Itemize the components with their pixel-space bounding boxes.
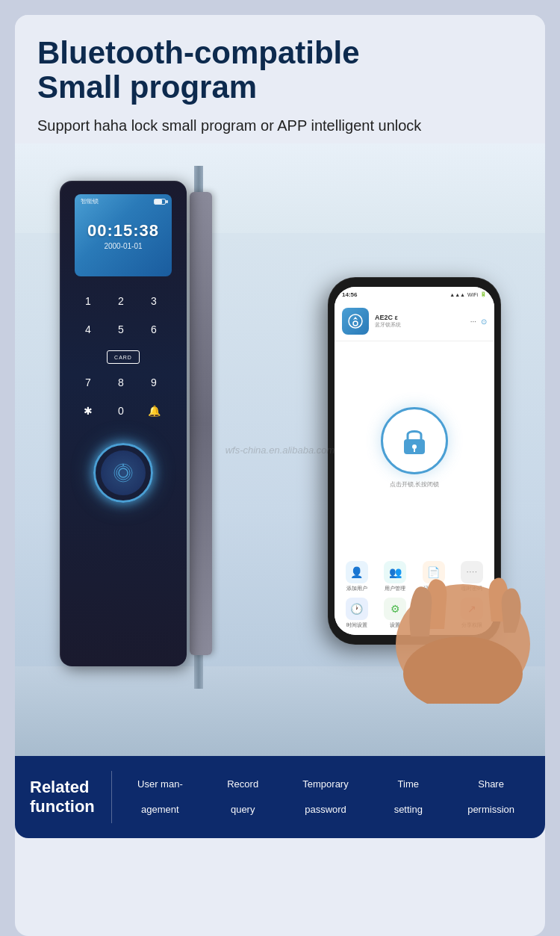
key-star: ✱ — [78, 401, 98, 421]
lock-icon-svg — [398, 424, 431, 457]
key-9: 9 — [144, 373, 164, 392]
signal-icon: ▲▲▲ — [449, 292, 465, 297]
key-3: 3 — [144, 291, 164, 311]
status-icons: ▲▲▲ WiFi 🔋 — [449, 291, 487, 297]
key-bell: 🔔 — [144, 401, 164, 421]
key-1: 1 — [78, 291, 98, 311]
function-share-permission: Share permission — [452, 778, 530, 816]
tap-unlock-text: 点击开锁,长按闭锁 — [390, 480, 439, 489]
settings-circle-icon: ⊙ — [481, 317, 487, 326]
function-temporary-password: Temporary password — [287, 778, 365, 816]
time-setting-label: 时间设置 — [346, 622, 367, 628]
header-actions: ··· ⊙ — [470, 317, 487, 326]
svg-point-2 — [114, 464, 132, 482]
app-info: AE2C ε 蓝牙锁系统 — [375, 314, 470, 329]
image-section: 智能锁 00:15:38 2000-01-01 1 2 3 4 5 6 — [15, 143, 545, 756]
lock-time-display: 00:15:38 — [87, 221, 159, 241]
add-user-icon: 👤 — [346, 561, 368, 583]
lock-screen-label: 智能锁 — [81, 197, 99, 205]
watermark: wfs-china.en.alibaba.com — [225, 444, 335, 456]
lock-battery-icon — [154, 199, 166, 205]
app-name: AE2C ε — [375, 314, 470, 321]
header-section: Bluetooth-compatible Small program Suppo… — [15, 15, 545, 143]
card-key-row: CARD — [107, 350, 140, 364]
related-title: Related function — [30, 778, 95, 817]
related-section: Related function — [30, 771, 112, 823]
wifi-icon: WiFi — [467, 292, 478, 297]
key-6: 6 — [144, 320, 164, 339]
main-container: Bluetooth-compatible Small program Suppo… — [15, 15, 545, 936]
nav-add-user[interactable]: 👤 添加用户 — [340, 561, 373, 592]
bottom-bar: Related function User man- agement Recor… — [15, 756, 545, 838]
keypad: 1 2 3 4 5 6 — [78, 291, 168, 339]
status-time: 14:56 — [342, 291, 357, 298]
key-4: 4 — [78, 320, 98, 339]
add-user-label: 添加用户 — [346, 586, 367, 592]
fingerprint-inner — [101, 450, 146, 495]
lock-device: 智能锁 00:15:38 2000-01-01 1 2 3 4 5 6 — [60, 181, 224, 666]
time-setting-icon: 🕐 — [346, 598, 368, 620]
main-title: Bluetooth-compatible Small program — [37, 36, 523, 105]
key-0: 0 — [111, 401, 131, 421]
lock-body: 智能锁 00:15:38 2000-01-01 1 2 3 4 5 6 — [60, 181, 187, 666]
key-2: 2 — [111, 291, 131, 311]
function-record-query: Record query — [204, 778, 282, 816]
function-user-management: User man- agement — [121, 778, 199, 816]
app-logo-svg — [348, 314, 363, 329]
svg-point-7 — [412, 444, 417, 449]
svg-point-5 — [353, 321, 358, 326]
card-key: CARD — [107, 350, 140, 364]
subtitle: Support haha lock small program or APP i… — [37, 115, 523, 136]
app-sub: 蓝牙锁系统 — [375, 321, 470, 329]
svg-point-0 — [119, 468, 128, 477]
key-5: 5 — [111, 320, 131, 339]
hand-svg — [381, 495, 545, 704]
key-8: 8 — [111, 373, 131, 392]
lock-battery-inner — [155, 199, 162, 204]
key-7: 7 — [78, 373, 98, 392]
fingerprint-svg — [111, 461, 135, 485]
lock-screen: 智能锁 00:15:38 2000-01-01 — [75, 194, 172, 276]
functions-grid: User man- agement Record query Temporary… — [112, 771, 530, 823]
function-time-setting: Time setting — [369, 778, 447, 816]
more-dots-icon: ··· — [470, 317, 476, 326]
phone-status-bar: 14:56 ▲▲▲ WiFi 🔋 — [335, 287, 494, 302]
lock-screen-header: 智能锁 — [81, 197, 166, 205]
fingerprint-ring — [93, 443, 153, 503]
big-lock-icon[interactable] — [381, 407, 448, 474]
battery-status-icon: 🔋 — [480, 291, 487, 297]
lock-rail — [190, 192, 212, 655]
special-keys: 7 8 9 ✱ 0 🔔 — [78, 373, 168, 421]
nav-time-setting[interactable]: 🕐 时间设置 — [340, 598, 373, 628]
app-icon — [342, 308, 369, 335]
phone-container: 14:56 ▲▲▲ WiFi 🔋 — [314, 278, 523, 696]
lock-date-display: 2000-01-01 — [104, 242, 142, 250]
app-header: AE2C ε 蓝牙锁系统 ··· ⊙ — [335, 302, 494, 341]
